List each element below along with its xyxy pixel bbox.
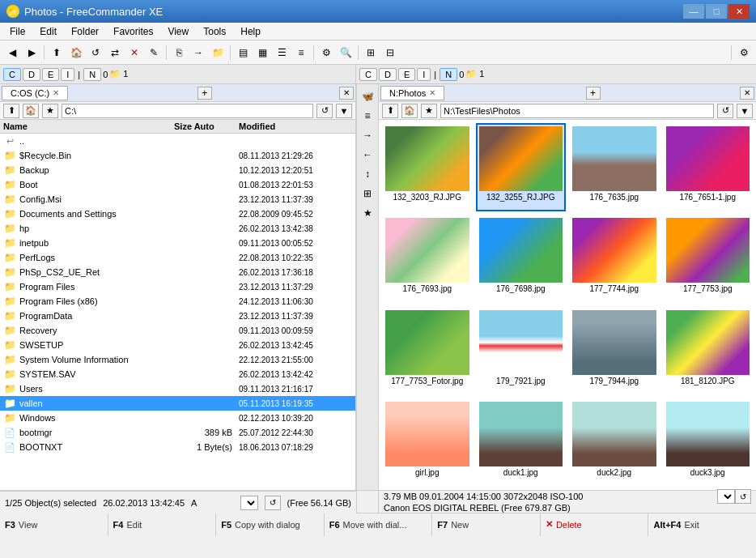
vert-btn-copy-left[interactable]: ← (359, 146, 376, 164)
filter-button[interactable]: ⚙ (317, 44, 335, 62)
del-delete-button[interactable]: ✕ Delete (541, 513, 649, 536)
right-status-refresh[interactable]: ↺ (735, 489, 751, 504)
right-path-up[interactable]: ⬆ (382, 104, 398, 118)
menu-favorites[interactable]: Favorites (107, 24, 159, 39)
left-status-combo[interactable] (240, 496, 258, 510)
altf4-exit-button[interactable]: Alt+F4 Exit (648, 513, 756, 536)
search-button[interactable]: 🔍 (337, 44, 355, 62)
left-path-settings[interactable]: ▼ (336, 104, 352, 118)
col-header-modified[interactable]: Modified (239, 121, 352, 131)
file-row[interactable]: 📁Program Files23.12.2013 11:37:29 (0, 279, 355, 294)
delete-button[interactable]: ✕ (125, 44, 143, 62)
file-row[interactable]: 📁Users09.11.2013 21:16:17 (0, 381, 355, 396)
file-row[interactable]: ↩.. (0, 134, 355, 148)
col-header-size[interactable]: Size Auto (174, 121, 239, 131)
left-path-refresh[interactable]: ↺ (316, 104, 333, 118)
move-button[interactable]: → (189, 44, 207, 62)
left-drive-e[interactable]: E (42, 68, 59, 81)
image-cell[interactable]: 177_7744.jpg (569, 215, 660, 303)
file-row[interactable]: 📁SWSETUP26.02.2013 13:42:45 (0, 338, 355, 352)
settings-button[interactable]: ⚙ (735, 44, 753, 62)
image-cell[interactable]: 176_7651-1.jpg (663, 123, 754, 211)
vert-btn-1[interactable]: 🦋 (359, 87, 376, 105)
left-status-refresh[interactable]: ↺ (265, 496, 281, 510)
image-cell[interactable]: duck3.jpg (663, 398, 754, 487)
right-status-combo[interactable] (717, 489, 735, 504)
image-cell[interactable]: 177_7753_Fotor.jpg (382, 307, 473, 395)
image-cell[interactable]: 176_7635.jpg (569, 123, 660, 211)
file-row[interactable]: 📁vallen05.11.2013 16:19:35 (0, 396, 355, 411)
menu-help[interactable]: Help (234, 24, 267, 39)
image-cell[interactable]: 179_7944.jpg (569, 307, 660, 395)
file-row[interactable]: 📁PhSp_CS2_UE_Ret26.02.2013 17:36:18 (0, 265, 355, 279)
f5-copy-button[interactable]: F5 Copy with dialog (216, 513, 325, 536)
vert-btn-5[interactable]: ★ (359, 204, 376, 222)
image-cell[interactable]: girl.jpg (382, 398, 473, 487)
file-row[interactable]: 📁Boot01.08.2013 22:01:53 (0, 177, 355, 192)
right-drive-d[interactable]: D (379, 68, 397, 81)
right-path-bookmark[interactable]: ★ (421, 104, 437, 118)
menu-edit[interactable]: Edit (33, 24, 63, 39)
file-row[interactable]: 📄BOOTNXT1 Byte(s)18.06.2013 07:18:29 (0, 440, 355, 454)
compare-button[interactable]: ⊞ (362, 44, 380, 62)
file-row[interactable]: 📁hp26.02.2013 13:42:38 (0, 221, 355, 236)
file-row[interactable]: 📁Documents and Settings22.08.2009 09:45:… (0, 207, 355, 221)
grid-button[interactable]: ▦ (253, 44, 271, 62)
left-tab-close[interactable]: ✕ (53, 88, 59, 97)
image-cell[interactable]: 132_3203_RJ.JPG (382, 123, 473, 211)
right-path-refresh[interactable]: ↺ (717, 104, 733, 118)
list-button[interactable]: ☰ (273, 44, 291, 62)
image-cell[interactable]: 177_7753.jpg (663, 215, 754, 303)
image-cell[interactable]: 181_8120.JPG (663, 307, 754, 395)
root-button[interactable]: 🏠 (67, 44, 85, 62)
right-path-settings[interactable]: ▼ (737, 104, 753, 118)
image-cell[interactable]: 176_7693.jpg (382, 215, 473, 303)
file-row[interactable]: 📁Config.Msi23.12.2013 11:37:39 (0, 192, 355, 207)
left-path-bookmark[interactable]: ★ (42, 104, 58, 118)
view-button[interactable]: ▤ (234, 44, 252, 62)
image-grid[interactable]: 132_3203_RJ.JPG132_3255_RJ.JPG176_7635.j… (379, 120, 756, 490)
left-drive-c[interactable]: C (3, 68, 21, 81)
vert-btn-3[interactable]: ↕ (359, 165, 376, 183)
left-drive-n[interactable]: N (83, 68, 101, 81)
file-row[interactable]: 📁Windows02.12.2013 10:39:20 (0, 411, 355, 425)
file-row[interactable]: 📁inetpub09.11.2013 00:05:52 (0, 236, 355, 250)
file-row[interactable]: 📁$Recycle.Bin08.11.2013 21:29:26 (0, 148, 355, 163)
file-row[interactable]: 📄bootmgr389 kB25.07.2012 22:44:30 (0, 425, 355, 440)
col-header-name[interactable]: Name (3, 121, 174, 131)
file-row[interactable]: 📁ProgramData23.12.2013 11:37:39 (0, 309, 355, 323)
right-tab-close[interactable]: ✕ (429, 88, 435, 97)
image-cell[interactable]: 176_7698.jpg (476, 215, 567, 303)
vert-btn-2[interactable]: ≡ (359, 107, 376, 125)
f4-edit-button[interactable]: F4 Edit (108, 513, 217, 536)
left-path-home[interactable]: 🏠 (23, 104, 39, 118)
right-drive-c[interactable]: C (359, 68, 377, 81)
image-cell[interactable]: 132_3255_RJ.JPG (476, 123, 567, 211)
minimize-button[interactable]: — (683, 4, 704, 19)
left-drive-d[interactable]: D (23, 68, 40, 81)
left-path-input[interactable] (62, 104, 313, 118)
right-drive-n[interactable]: N (440, 68, 457, 81)
f3-view-button[interactable]: F3 View (0, 513, 108, 536)
file-row[interactable]: 📁Recovery09.11.2013 00:09:59 (0, 323, 355, 338)
sync-button[interactable]: ⇄ (106, 44, 124, 62)
image-cell[interactable]: duck2.jpg (569, 398, 660, 487)
right-path-input[interactable] (440, 104, 714, 118)
menu-view[interactable]: View (161, 24, 195, 39)
newfolder-button[interactable]: 📁 (209, 44, 227, 62)
file-row[interactable]: 📁Backup10.12.2013 12:20:51 (0, 163, 355, 177)
right-panel-close[interactable]: ✕ (740, 87, 754, 100)
right-tab-add[interactable]: + (586, 87, 601, 100)
right-drive-e[interactable]: E (398, 68, 415, 81)
right-drive-i[interactable]: I (417, 68, 431, 81)
forward-button[interactable]: ▶ (23, 44, 40, 62)
menu-file[interactable]: File (3, 24, 32, 39)
left-file-list[interactable]: ↩..📁$Recycle.Bin08.11.2013 21:29:26📁Back… (0, 134, 355, 490)
file-row[interactable]: 📁System Volume Information22.12.2013 21:… (0, 352, 355, 367)
left-drive-i[interactable]: I (61, 68, 74, 81)
file-row[interactable]: 📁SYSTEM.SAV26.02.2013 13:42:42 (0, 367, 355, 381)
left-path-up[interactable]: ⬆ (3, 104, 19, 118)
vert-btn-4[interactable]: ⊞ (359, 185, 376, 202)
right-path-home[interactable]: 🏠 (401, 104, 418, 118)
image-cell[interactable]: 179_7921.jpg (476, 307, 567, 395)
